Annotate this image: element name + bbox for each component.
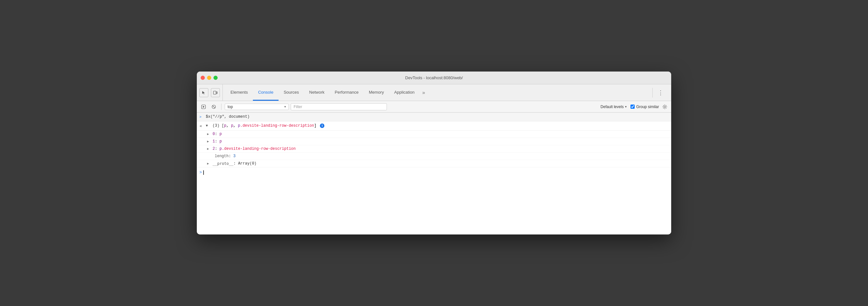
tab-bar-icons [199, 84, 223, 101]
tab-more-dots-button[interactable]: ⋮ [655, 88, 666, 98]
maximize-button[interactable] [214, 76, 218, 80]
proto-value: Array(0) [238, 161, 257, 166]
tree-value-0: p [220, 131, 222, 137]
tab-application[interactable]: Application [389, 84, 420, 101]
group-similar-checkbox[interactable] [630, 105, 634, 109]
length-value: 3 [234, 153, 236, 159]
context-arrow-icon: ▾ [284, 105, 286, 108]
input-code-1: $x("//p", document) [206, 114, 669, 120]
tree-proto-row: ▶ __proto__ : Array(0) [197, 160, 671, 167]
title-bar: DevTools - localhost:8080/web/ [197, 72, 671, 84]
minimize-button[interactable] [207, 76, 211, 80]
svg-marker-3 [203, 106, 205, 108]
svg-rect-0 [214, 91, 216, 94]
info-badge[interactable]: i [320, 123, 324, 128]
cursor-icon [202, 90, 206, 95]
tree-key-1: 1 [210, 139, 215, 144]
tree-item-1: ▶ 1 : p [197, 138, 671, 145]
console-toolbar: top ▾ Default levels ▾ Group similar [197, 101, 671, 113]
svg-rect-1 [216, 92, 217, 94]
filter-input[interactable] [291, 103, 387, 110]
tree-value-2-tag: p [220, 146, 222, 152]
tree-key-0: 0 [210, 131, 215, 137]
tree-key-2: 2 [210, 146, 215, 152]
tab-performance[interactable]: Performance [330, 84, 364, 101]
console-cursor [203, 170, 204, 175]
default-levels-button[interactable]: Default levels ▾ [599, 104, 628, 110]
tree-value-2-class: .devsite-landing-row-description [222, 146, 296, 152]
console-content: > $x("//p", document) ◀ ▼ (3) [p, p, p.d… [197, 113, 671, 234]
inspector-icon-btn[interactable] [199, 88, 208, 97]
settings-icon [662, 104, 668, 109]
input-prompt-icon: > [199, 114, 205, 120]
settings-button[interactable] [661, 103, 669, 111]
tab-separator [652, 88, 653, 98]
execute-button[interactable] [199, 103, 208, 111]
default-levels-label: Default levels [601, 105, 624, 109]
proto-key-text: __proto__ [213, 161, 234, 166]
context-selector[interactable]: top ▾ [225, 104, 289, 110]
svg-line-5 [213, 106, 215, 108]
console-input-row-1: > $x("//p", document) [197, 113, 671, 121]
console-prompt-icon: > [199, 169, 202, 176]
tab-memory[interactable]: Memory [364, 84, 389, 101]
output-content-1: ▼ (3) [p, p, p.devsite-landing-row-descr… [206, 123, 669, 129]
execute-icon [201, 105, 206, 109]
console-input-line[interactable]: > [197, 167, 671, 178]
default-levels-arrow-icon: ▾ [625, 105, 627, 108]
tab-console[interactable]: Console [253, 84, 279, 101]
device-icon [213, 90, 218, 95]
toolbar-divider-1 [221, 104, 221, 110]
close-button[interactable] [200, 76, 205, 80]
tree-expand-1-icon[interactable]: ▶ [207, 139, 209, 144]
context-value: top [227, 105, 283, 109]
devtools-window: DevTools - localhost:8080/web/ Elements … [197, 72, 671, 234]
group-similar-checkbox-label[interactable]: Group similar [630, 105, 659, 109]
tree-length-row: length : 3 [197, 153, 671, 160]
tab-more-button[interactable]: » [420, 84, 428, 101]
tree-expand-0-icon[interactable]: ▶ [207, 132, 209, 137]
tree-expand-2-icon[interactable]: ▶ [207, 146, 209, 151]
back-arrow-icon: ◀ [199, 123, 205, 129]
block-button[interactable] [210, 103, 218, 111]
tab-bar-right: ⋮ [650, 84, 669, 101]
block-icon [212, 105, 216, 109]
svg-point-6 [664, 106, 666, 107]
tree-value-1: p [220, 139, 222, 144]
tab-elements[interactable]: Elements [225, 84, 253, 101]
tab-bar: Elements Console Sources Network Perform… [197, 84, 671, 101]
group-similar-label: Group similar [636, 105, 659, 109]
tree-item-0: ▶ 0 : p [197, 131, 671, 138]
device-icon-btn[interactable] [211, 88, 220, 97]
tree-item-2: ▶ 2 : p.devsite-landing-row-description [197, 145, 671, 153]
proto-key [210, 161, 213, 166]
expand-arrow-icon[interactable]: ▼ [206, 124, 208, 128]
window-title: DevTools - localhost:8080/web/ [405, 75, 463, 80]
console-output-row-1: ◀ ▼ (3) [p, p, p.devsite-landing-row-des… [197, 121, 671, 131]
traffic-lights [200, 76, 218, 80]
tab-sources[interactable]: Sources [279, 84, 304, 101]
tab-network[interactable]: Network [304, 84, 330, 101]
tree-expand-proto-icon[interactable]: ▶ [207, 161, 209, 166]
length-key: length [215, 153, 228, 159]
